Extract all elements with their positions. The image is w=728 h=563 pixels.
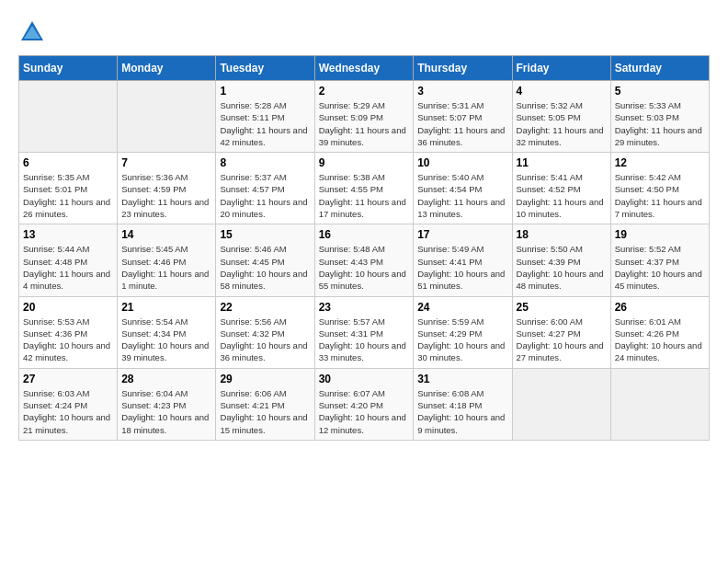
day-number: 11	[517, 156, 607, 169]
day-info: Sunrise: 6:07 AMSunset: 4:20 PMDaylight:…	[319, 387, 410, 436]
day-info: Sunrise: 5:32 AMSunset: 5:05 PMDaylight:…	[517, 99, 607, 148]
day-info: Sunrise: 5:28 AMSunset: 5:11 PMDaylight:…	[220, 99, 310, 148]
day-number: 18	[517, 228, 607, 241]
calendar-cell: 16Sunrise: 5:48 AMSunset: 4:43 PMDayligh…	[314, 224, 414, 296]
calendar-cell: 24Sunrise: 5:59 AMSunset: 4:29 PMDayligh…	[414, 296, 512, 368]
calendar-cell: 27Sunrise: 6:03 AMSunset: 4:24 PMDayligh…	[19, 368, 118, 440]
calendar-cell: 19Sunrise: 5:52 AMSunset: 4:37 PMDayligh…	[610, 224, 709, 296]
day-info: Sunrise: 5:54 AMSunset: 4:34 PMDaylight:…	[121, 316, 211, 364]
calendar-cell: 11Sunrise: 5:41 AMSunset: 4:52 PMDayligh…	[512, 153, 610, 224]
day-info: Sunrise: 6:03 AMSunset: 4:24 PMDaylight:…	[23, 387, 113, 436]
calendar-cell: 10Sunrise: 5:40 AMSunset: 4:54 PMDayligh…	[414, 153, 512, 224]
calendar-cell: 15Sunrise: 5:46 AMSunset: 4:45 PMDayligh…	[216, 224, 314, 296]
calendar-week-2: 6Sunrise: 5:35 AMSunset: 5:01 PMDaylight…	[19, 153, 710, 224]
calendar-cell: 28Sunrise: 6:04 AMSunset: 4:23 PMDayligh…	[118, 368, 216, 440]
calendar-cell: 8Sunrise: 5:37 AMSunset: 4:57 PMDaylight…	[216, 153, 314, 224]
day-number: 2	[319, 85, 410, 98]
calendar-cell: 4Sunrise: 5:32 AMSunset: 5:05 PMDaylight…	[512, 81, 610, 153]
header-cell-wednesday: Wednesday	[314, 56, 414, 81]
day-number: 6	[23, 156, 113, 169]
day-number: 14	[121, 228, 211, 241]
day-number: 27	[23, 373, 113, 385]
day-number: 30	[319, 373, 410, 385]
calendar-cell: 22Sunrise: 5:56 AMSunset: 4:32 PMDayligh…	[216, 296, 314, 368]
day-number: 20	[23, 301, 113, 314]
calendar-cell: 2Sunrise: 5:29 AMSunset: 5:09 PMDaylight…	[314, 81, 414, 153]
logo	[18, 18, 50, 46]
calendar-cell: 21Sunrise: 5:54 AMSunset: 4:34 PMDayligh…	[118, 296, 216, 368]
day-number: 31	[417, 373, 507, 385]
day-number: 12	[615, 156, 705, 169]
day-info: Sunrise: 5:53 AMSunset: 4:36 PMDaylight:…	[23, 316, 113, 364]
calendar-cell: 29Sunrise: 6:06 AMSunset: 4:21 PMDayligh…	[216, 368, 314, 440]
day-number: 17	[417, 228, 507, 241]
calendar-week-1: 1Sunrise: 5:28 AMSunset: 5:11 PMDaylight…	[19, 81, 710, 153]
header-cell-tuesday: Tuesday	[216, 56, 314, 81]
day-info: Sunrise: 5:49 AMSunset: 4:41 PMDaylight:…	[417, 243, 507, 292]
day-number: 25	[517, 301, 607, 314]
calendar-cell	[118, 81, 216, 153]
calendar-cell: 23Sunrise: 5:57 AMSunset: 4:31 PMDayligh…	[314, 296, 414, 368]
calendar-week-4: 20Sunrise: 5:53 AMSunset: 4:36 PMDayligh…	[19, 296, 710, 368]
day-info: Sunrise: 5:45 AMSunset: 4:46 PMDaylight:…	[121, 243, 211, 292]
header-cell-sunday: Sunday	[19, 56, 118, 81]
calendar-cell: 31Sunrise: 6:08 AMSunset: 4:18 PMDayligh…	[414, 368, 512, 440]
calendar-cell: 6Sunrise: 5:35 AMSunset: 5:01 PMDaylight…	[19, 153, 118, 224]
calendar-cell: 25Sunrise: 6:00 AMSunset: 4:27 PMDayligh…	[512, 296, 610, 368]
calendar-cell	[610, 368, 709, 440]
header-cell-saturday: Saturday	[610, 56, 709, 81]
day-number: 21	[121, 301, 211, 314]
day-number: 24	[417, 301, 507, 314]
logo-icon	[18, 18, 46, 46]
day-info: Sunrise: 5:41 AMSunset: 4:52 PMDaylight:…	[517, 171, 607, 220]
day-info: Sunrise: 6:08 AMSunset: 4:18 PMDaylight:…	[417, 387, 507, 436]
day-info: Sunrise: 5:42 AMSunset: 4:50 PMDaylight:…	[615, 171, 705, 220]
day-info: Sunrise: 5:36 AMSunset: 4:59 PMDaylight:…	[121, 171, 211, 220]
calendar-cell: 14Sunrise: 5:45 AMSunset: 4:46 PMDayligh…	[118, 224, 216, 296]
day-info: Sunrise: 5:56 AMSunset: 4:32 PMDaylight:…	[220, 316, 310, 364]
day-info: Sunrise: 5:48 AMSunset: 4:43 PMDaylight:…	[319, 243, 410, 292]
day-number: 22	[220, 301, 310, 314]
calendar-cell: 3Sunrise: 5:31 AMSunset: 5:07 PMDaylight…	[414, 81, 512, 153]
day-number: 9	[319, 156, 410, 169]
calendar-cell: 26Sunrise: 6:01 AMSunset: 4:26 PMDayligh…	[610, 296, 709, 368]
header	[18, 18, 710, 46]
day-info: Sunrise: 5:31 AMSunset: 5:07 PMDaylight:…	[417, 99, 507, 148]
calendar-cell: 7Sunrise: 5:36 AMSunset: 4:59 PMDaylight…	[118, 153, 216, 224]
day-info: Sunrise: 5:40 AMSunset: 4:54 PMDaylight:…	[417, 171, 507, 220]
day-number: 1	[220, 85, 310, 98]
day-number: 13	[23, 228, 113, 241]
calendar-cell: 17Sunrise: 5:49 AMSunset: 4:41 PMDayligh…	[414, 224, 512, 296]
day-info: Sunrise: 5:29 AMSunset: 5:09 PMDaylight:…	[319, 99, 410, 148]
day-info: Sunrise: 6:06 AMSunset: 4:21 PMDaylight:…	[220, 387, 310, 436]
day-number: 4	[517, 85, 607, 98]
calendar-cell: 30Sunrise: 6:07 AMSunset: 4:20 PMDayligh…	[314, 368, 414, 440]
day-number: 19	[615, 228, 705, 241]
calendar-week-3: 13Sunrise: 5:44 AMSunset: 4:48 PMDayligh…	[19, 224, 710, 296]
day-info: Sunrise: 6:01 AMSunset: 4:26 PMDaylight:…	[615, 316, 705, 364]
day-info: Sunrise: 5:33 AMSunset: 5:03 PMDaylight:…	[615, 99, 705, 148]
day-info: Sunrise: 5:57 AMSunset: 4:31 PMDaylight:…	[319, 316, 410, 364]
day-info: Sunrise: 5:35 AMSunset: 5:01 PMDaylight:…	[23, 171, 113, 220]
calendar-body: 1Sunrise: 5:28 AMSunset: 5:11 PMDaylight…	[19, 81, 710, 441]
day-number: 10	[417, 156, 507, 169]
day-info: Sunrise: 6:00 AMSunset: 4:27 PMDaylight:…	[517, 316, 607, 364]
day-info: Sunrise: 5:37 AMSunset: 4:57 PMDaylight:…	[220, 171, 310, 220]
day-number: 5	[615, 85, 705, 98]
day-number: 26	[615, 301, 705, 314]
calendar-cell: 13Sunrise: 5:44 AMSunset: 4:48 PMDayligh…	[19, 224, 118, 296]
calendar-cell	[512, 368, 610, 440]
calendar-header-row: SundayMondayTuesdayWednesdayThursdayFrid…	[19, 56, 710, 81]
calendar-week-5: 27Sunrise: 6:03 AMSunset: 4:24 PMDayligh…	[19, 368, 710, 440]
day-info: Sunrise: 5:46 AMSunset: 4:45 PMDaylight:…	[220, 243, 310, 292]
calendar-cell	[19, 81, 118, 153]
calendar-cell: 9Sunrise: 5:38 AMSunset: 4:55 PMDaylight…	[314, 153, 414, 224]
day-number: 7	[121, 156, 211, 169]
day-number: 23	[319, 301, 410, 314]
calendar-cell: 12Sunrise: 5:42 AMSunset: 4:50 PMDayligh…	[610, 153, 709, 224]
header-cell-friday: Friday	[512, 56, 610, 81]
day-number: 16	[319, 228, 410, 241]
day-info: Sunrise: 6:04 AMSunset: 4:23 PMDaylight:…	[121, 387, 211, 436]
calendar-cell: 20Sunrise: 5:53 AMSunset: 4:36 PMDayligh…	[19, 296, 118, 368]
day-number: 8	[220, 156, 310, 169]
